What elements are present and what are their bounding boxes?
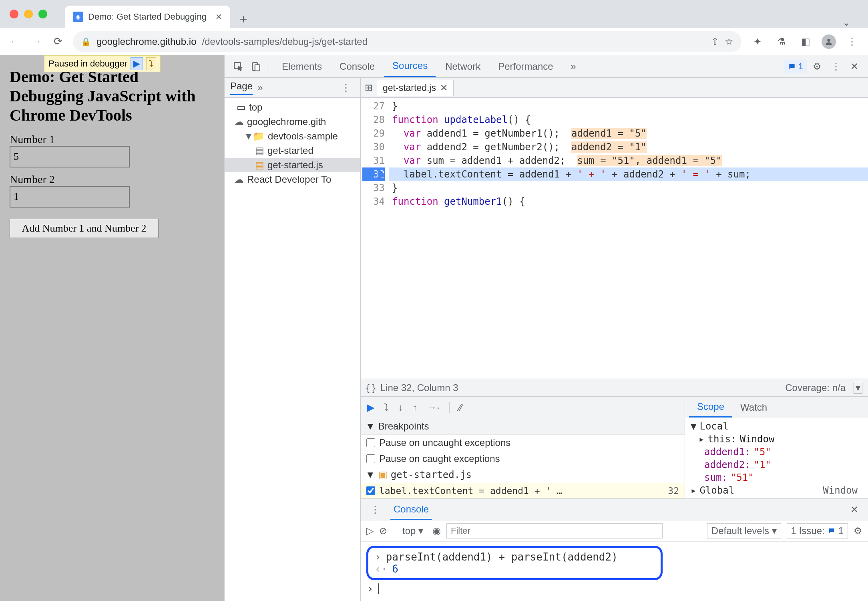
tab-scope[interactable]: Scope — [689, 397, 732, 417]
navigator-overflow-icon[interactable]: » — [257, 82, 263, 93]
inspect-icon[interactable] — [230, 58, 246, 75]
tabs-overflow-icon[interactable]: » — [563, 56, 584, 77]
step-into-button[interactable]: ↓ — [398, 402, 403, 413]
pause-caught-toggle[interactable]: Pause on caught exceptions — [361, 451, 685, 467]
tabs-dropdown-icon[interactable]: ⌄ — [842, 17, 850, 28]
device-toggle-icon[interactable] — [248, 58, 264, 75]
address-bar[interactable]: 🔒 googlechrome.github.io/devtools-sample… — [73, 31, 741, 52]
close-tab-icon[interactable]: ✕ — [215, 12, 222, 22]
pretty-print-icon[interactable]: { } — [366, 382, 376, 393]
close-devtools-icon[interactable]: ✕ — [846, 61, 862, 72]
tree-file-js[interactable]: ▤ get-started.js — [225, 158, 360, 172]
toggle-navigator-icon[interactable]: ⊞ — [365, 82, 373, 93]
input-number-2[interactable] — [10, 186, 130, 208]
settings-icon[interactable]: ⚙ — [809, 61, 826, 72]
resume-button[interactable]: ▶ — [367, 402, 374, 413]
console-expression: parseInt(addend1) + parseInt(addend2) — [386, 551, 618, 563]
console-filter-input[interactable] — [446, 523, 663, 538]
pause-caught-checkbox[interactable] — [366, 454, 375, 463]
editor-file-tab[interactable]: get-started.js ✕ — [377, 80, 454, 96]
forward-button[interactable]: → — [30, 35, 43, 48]
step-over-icon[interactable]: ⤵ — [146, 57, 156, 70]
clear-console-icon[interactable]: ⊘ — [379, 525, 387, 536]
tree-file-html[interactable]: ▤ get-started — [225, 143, 360, 158]
resume-icon[interactable]: ▶ — [131, 57, 143, 70]
scope-local[interactable]: ▼Local — [685, 420, 868, 433]
minimize-window-icon[interactable] — [24, 10, 33, 18]
scope-global[interactable]: ▸GlobalWindow — [685, 484, 868, 497]
code-line[interactable]: function getNumber1() { — [389, 195, 868, 208]
tab-elements[interactable]: Elements — [274, 56, 330, 77]
chrome-menu-icon[interactable]: ⋮ — [844, 34, 860, 50]
step-button[interactable]: →· — [427, 402, 440, 413]
code-line[interactable]: label.textContent = addend1 + ' + ' + ad… — [389, 167, 868, 181]
devtools-menu-icon[interactable]: ⋮ — [827, 61, 845, 72]
extensions-icon[interactable]: ✦ — [749, 34, 766, 50]
navigator-menu-icon[interactable]: ⋮ — [337, 82, 355, 93]
code-line[interactable]: } — [389, 99, 868, 113]
code-line[interactable]: } — [389, 181, 868, 195]
add-button[interactable]: Add Number 1 and Number 2 — [10, 219, 159, 238]
drawer-menu-icon[interactable]: ⋮ — [366, 504, 384, 515]
drawer-console-tab[interactable]: Console — [390, 500, 432, 520]
cursor-position: Line 32, Column 3 — [380, 382, 458, 393]
console-sidebar-icon[interactable]: ▷ — [366, 525, 374, 536]
svg-rect-3 — [255, 65, 260, 71]
log-levels-dropdown[interactable]: Default levels ▾ — [707, 523, 781, 538]
issues-button[interactable]: 1 Issue: 1 — [787, 523, 848, 538]
code-line[interactable]: var sum = addend1 + addend2; sum = "51",… — [389, 154, 868, 167]
scope-variable[interactable]: addend2: "1" — [685, 458, 868, 471]
devtools-toolbar: Elements Console Sources Network Perform… — [225, 55, 868, 78]
bp-file-header[interactable]: ▼ ▣ get-started.js — [361, 467, 685, 483]
input-number-1[interactable] — [10, 146, 130, 167]
coverage-dropdown-icon[interactable]: ▾ — [854, 382, 862, 394]
step-out-button[interactable]: ↑ — [413, 402, 418, 413]
scope-this[interactable]: ▸this: Window — [685, 433, 868, 446]
console-prompt[interactable]: › — [366, 580, 862, 597]
tab-console[interactable]: Console — [332, 56, 383, 77]
pause-uncaught-checkbox[interactable] — [366, 438, 375, 447]
reload-button[interactable]: ⟳ — [51, 35, 65, 48]
console-settings-icon[interactable]: ⚙ — [854, 525, 862, 536]
scope-variable[interactable]: addend1: "5" — [685, 446, 868, 458]
tab-sources[interactable]: Sources — [384, 55, 436, 77]
console-output-row: ‹· 6 — [375, 563, 654, 575]
issues-badge[interactable]: 1 — [784, 60, 807, 73]
debug-step-toolbar: ▶ ⤵ ↓ ↑ →· ⁄⁄ — [361, 397, 685, 418]
tree-top[interactable]: ▭ top — [225, 100, 360, 115]
share-icon[interactable]: ⇧ — [711, 36, 719, 47]
back-button[interactable]: ← — [8, 35, 22, 48]
bookmark-icon[interactable]: ☆ — [725, 36, 733, 47]
side-panel-icon[interactable]: ◧ — [798, 34, 814, 50]
live-expression-icon[interactable]: ◉ — [432, 525, 441, 536]
tree-react-ext[interactable]: ☁ React Developer To — [225, 172, 360, 187]
breakpoint-checkbox[interactable] — [366, 486, 375, 495]
tab-performance[interactable]: Performance — [490, 56, 561, 77]
console-context[interactable]: top ▾ — [399, 524, 427, 538]
maximize-window-icon[interactable] — [38, 10, 47, 18]
close-file-icon[interactable]: ✕ — [440, 83, 448, 93]
tree-origin[interactable]: ☁ googlechrome.gith — [225, 115, 360, 129]
breakpoints-header[interactable]: ▼ Breakpoints — [361, 418, 685, 435]
new-tab-button[interactable]: ＋ — [234, 10, 253, 28]
tab-network[interactable]: Network — [437, 56, 488, 77]
tree-folder[interactable]: ▼📁 devtools-sample — [225, 129, 360, 143]
profile-avatar[interactable] — [822, 34, 836, 49]
code-line[interactable]: function updateLabel() { — [389, 113, 868, 127]
console-input-row: › parseInt(addend1) + parseInt(addend2) — [375, 551, 654, 563]
window-traffic-lights[interactable] — [10, 10, 47, 18]
code-editor[interactable]: 2728293031323334 }function updateLabel()… — [361, 98, 868, 379]
pause-uncaught-toggle[interactable]: Pause on uncaught exceptions — [361, 435, 685, 451]
scope-variable[interactable]: sum: "51" — [685, 471, 868, 484]
code-line[interactable]: var addend2 = getNumber2(); addend2 = "1… — [389, 140, 868, 154]
step-over-button[interactable]: ⤵ — [384, 402, 389, 413]
close-window-icon[interactable] — [10, 10, 18, 18]
close-drawer-icon[interactable]: ✕ — [846, 504, 862, 515]
tab-watch[interactable]: Watch — [732, 398, 775, 417]
breakpoint-entry[interactable]: label.textContent = addend1 + ' … 32 — [361, 483, 685, 498]
deactivate-breakpoints-button[interactable]: ⁄⁄ — [459, 402, 462, 413]
page-navigator-tab[interactable]: Page — [230, 81, 253, 95]
browser-tab[interactable]: ◉ Demo: Get Started Debugging ✕ — [65, 6, 230, 28]
labs-icon[interactable]: ⚗ — [774, 34, 790, 50]
code-line[interactable]: var addend1 = getNumber1(); addend1 = "5… — [389, 127, 868, 140]
